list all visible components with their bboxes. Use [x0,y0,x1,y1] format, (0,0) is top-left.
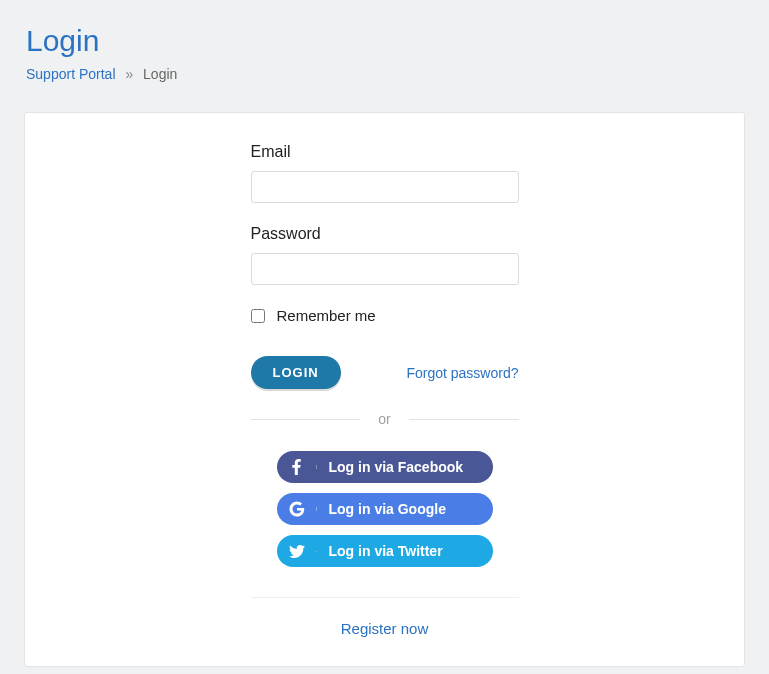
divider: or [251,411,519,427]
footer-divider [251,597,519,598]
forgot-password-link[interactable]: Forgot password? [406,365,518,381]
breadcrumb-separator: » [125,66,133,82]
facebook-button-label: Log in via Facebook [317,459,464,475]
breadcrumb: Support Portal » Login [26,66,743,82]
breadcrumb-current: Login [143,66,177,82]
email-field[interactable] [251,171,519,203]
breadcrumb-root-link[interactable]: Support Portal [26,66,116,82]
twitter-button-label: Log in via Twitter [317,543,443,559]
google-button-label: Log in via Google [317,501,446,517]
password-field[interactable] [251,253,519,285]
twitter-icon [277,545,317,558]
login-card: Email Password Remember me LOGIN Forgot … [24,112,745,667]
google-icon [277,501,317,517]
register-link[interactable]: Register now [341,620,429,637]
password-label: Password [251,225,519,243]
login-google-button[interactable]: Log in via Google [277,493,493,525]
remember-me-label: Remember me [277,307,376,324]
remember-me-checkbox[interactable] [251,309,265,323]
divider-text: or [378,411,390,427]
facebook-icon [277,459,317,475]
divider-line-right [409,419,519,420]
divider-line-left [251,419,361,420]
page-title: Login [26,24,743,58]
login-twitter-button[interactable]: Log in via Twitter [277,535,493,567]
login-facebook-button[interactable]: Log in via Facebook [277,451,493,483]
email-label: Email [251,143,519,161]
login-button[interactable]: LOGIN [251,356,341,389]
